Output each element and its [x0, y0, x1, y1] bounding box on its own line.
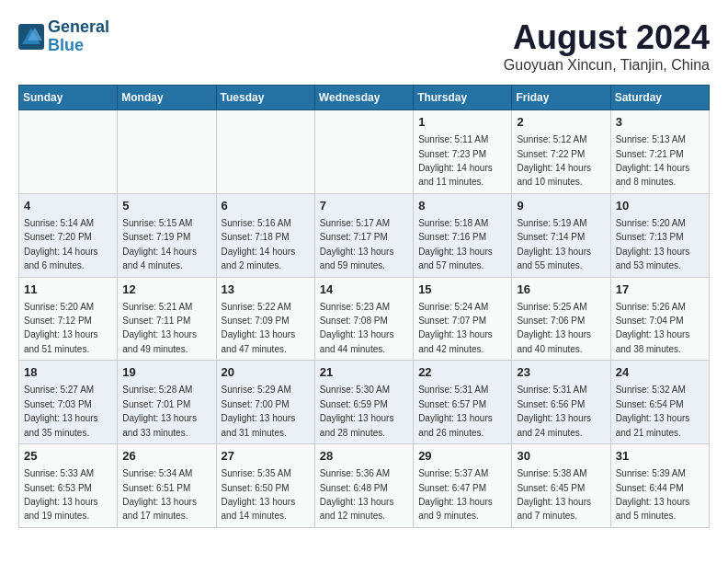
day-info: Sunrise: 5:35 AM Sunset: 6:50 PM Dayligh…: [222, 468, 296, 521]
calendar-week-row: 18Sunrise: 5:27 AM Sunset: 7:03 PM Dayli…: [19, 361, 710, 444]
day-info: Sunrise: 5:34 AM Sunset: 6:51 PM Dayligh…: [122, 468, 197, 521]
day-info: Sunrise: 5:29 AM Sunset: 7:00 PM Dayligh…: [222, 385, 296, 437]
day-info: Sunrise: 5:30 AM Sunset: 6:59 PM Dayligh…: [320, 385, 394, 437]
day-header-thursday: Thursday: [414, 86, 512, 110]
day-number: 18: [24, 364, 112, 381]
calendar-cell: 14Sunrise: 5:23 AM Sunset: 7:08 PM Dayli…: [314, 277, 413, 361]
calendar-cell: 8Sunrise: 5:18 AM Sunset: 7:16 PM Daylig…: [414, 193, 512, 277]
calendar-cell: 22Sunrise: 5:31 AM Sunset: 6:57 PM Dayli…: [414, 361, 512, 444]
calendar-cell: 17Sunrise: 5:26 AM Sunset: 7:04 PM Dayli…: [610, 277, 709, 361]
calendar-cell: [19, 110, 118, 194]
calendar-table: SundayMondayTuesdayWednesdayThursdayFrid…: [18, 85, 710, 528]
day-number: 16: [517, 282, 605, 298]
day-number: 25: [24, 448, 112, 465]
day-number: 24: [616, 364, 704, 381]
day-number: 26: [122, 448, 210, 465]
day-info: Sunrise: 5:20 AM Sunset: 7:13 PM Dayligh…: [616, 218, 690, 270]
day-number: 10: [616, 198, 704, 214]
day-number: 23: [517, 364, 605, 381]
day-info: Sunrise: 5:38 AM Sunset: 6:45 PM Dayligh…: [517, 468, 591, 521]
day-header-monday: Monday: [118, 86, 216, 110]
day-number: 11: [24, 282, 112, 298]
page-subtitle: Guoyuan Xincun, Tianjin, China: [504, 57, 710, 74]
calendar-cell: 16Sunrise: 5:25 AM Sunset: 7:06 PM Dayli…: [512, 277, 610, 361]
calendar-cell: 9Sunrise: 5:19 AM Sunset: 7:14 PM Daylig…: [512, 193, 610, 277]
calendar-cell: 29Sunrise: 5:37 AM Sunset: 6:47 PM Dayli…: [414, 444, 512, 528]
day-number: 29: [418, 448, 506, 465]
day-number: 15: [418, 282, 506, 298]
calendar-cell: 1Sunrise: 5:11 AM Sunset: 7:23 PM Daylig…: [414, 110, 512, 194]
calendar-cell: 27Sunrise: 5:35 AM Sunset: 6:50 PM Dayli…: [216, 444, 314, 528]
day-number: 13: [222, 282, 310, 298]
calendar-cell: [118, 110, 216, 194]
calendar-cell: 20Sunrise: 5:29 AM Sunset: 7:00 PM Dayli…: [216, 361, 314, 444]
day-header-saturday: Saturday: [610, 86, 709, 110]
day-info: Sunrise: 5:11 AM Sunset: 7:23 PM Dayligh…: [418, 134, 493, 187]
day-info: Sunrise: 5:19 AM Sunset: 7:14 PM Dayligh…: [517, 218, 591, 270]
day-info: Sunrise: 5:33 AM Sunset: 6:53 PM Dayligh…: [24, 468, 98, 521]
day-header-wednesday: Wednesday: [314, 86, 413, 110]
calendar-cell: [216, 110, 314, 194]
logo-line1: General: [48, 18, 109, 37]
day-info: Sunrise: 5:17 AM Sunset: 7:17 PM Dayligh…: [320, 218, 394, 270]
calendar-cell: 3Sunrise: 5:13 AM Sunset: 7:21 PM Daylig…: [610, 110, 709, 194]
day-info: Sunrise: 5:14 AM Sunset: 7:20 PM Dayligh…: [24, 218, 98, 270]
day-info: Sunrise: 5:37 AM Sunset: 6:47 PM Dayligh…: [418, 468, 493, 521]
day-info: Sunrise: 5:36 AM Sunset: 6:48 PM Dayligh…: [320, 468, 394, 521]
day-info: Sunrise: 5:15 AM Sunset: 7:19 PM Dayligh…: [122, 218, 197, 270]
day-header-sunday: Sunday: [19, 86, 118, 110]
day-number: 1: [418, 114, 506, 131]
calendar-cell: 31Sunrise: 5:39 AM Sunset: 6:44 PM Dayli…: [610, 444, 709, 528]
day-info: Sunrise: 5:22 AM Sunset: 7:09 PM Dayligh…: [222, 302, 296, 354]
day-number: 3: [616, 114, 704, 131]
day-header-tuesday: Tuesday: [216, 86, 314, 110]
calendar-cell: 23Sunrise: 5:31 AM Sunset: 6:56 PM Dayli…: [512, 361, 610, 444]
day-number: 20: [222, 364, 310, 381]
logo-line2: Blue: [48, 37, 109, 55]
day-info: Sunrise: 5:24 AM Sunset: 7:07 PM Dayligh…: [418, 302, 493, 354]
day-number: 8: [418, 198, 506, 214]
day-header-friday: Friday: [512, 86, 610, 110]
logo-icon: [18, 24, 44, 50]
day-number: 12: [122, 282, 210, 298]
calendar-cell: 13Sunrise: 5:22 AM Sunset: 7:09 PM Dayli…: [216, 277, 314, 361]
logo: General Blue: [18, 18, 109, 55]
calendar-week-row: 25Sunrise: 5:33 AM Sunset: 6:53 PM Dayli…: [19, 444, 710, 528]
day-info: Sunrise: 5:21 AM Sunset: 7:11 PM Dayligh…: [122, 302, 197, 354]
calendar-cell: 6Sunrise: 5:16 AM Sunset: 7:18 PM Daylig…: [216, 193, 314, 277]
day-number: 5: [122, 198, 210, 214]
day-info: Sunrise: 5:13 AM Sunset: 7:21 PM Dayligh…: [616, 134, 690, 187]
day-info: Sunrise: 5:20 AM Sunset: 7:12 PM Dayligh…: [24, 302, 98, 354]
page-title: August 2024: [504, 18, 710, 57]
calendar-cell: 30Sunrise: 5:38 AM Sunset: 6:45 PM Dayli…: [512, 444, 610, 528]
calendar-week-row: 4Sunrise: 5:14 AM Sunset: 7:20 PM Daylig…: [19, 193, 710, 277]
calendar-cell: 12Sunrise: 5:21 AM Sunset: 7:11 PM Dayli…: [118, 277, 216, 361]
day-info: Sunrise: 5:32 AM Sunset: 6:54 PM Dayligh…: [616, 385, 690, 437]
calendar-cell: 11Sunrise: 5:20 AM Sunset: 7:12 PM Dayli…: [19, 277, 118, 361]
day-info: Sunrise: 5:31 AM Sunset: 6:56 PM Dayligh…: [517, 385, 591, 437]
calendar-cell: 5Sunrise: 5:15 AM Sunset: 7:19 PM Daylig…: [118, 193, 216, 277]
day-info: Sunrise: 5:25 AM Sunset: 7:06 PM Dayligh…: [517, 302, 591, 354]
calendar-cell: 28Sunrise: 5:36 AM Sunset: 6:48 PM Dayli…: [314, 444, 413, 528]
day-info: Sunrise: 5:16 AM Sunset: 7:18 PM Dayligh…: [222, 218, 296, 270]
day-number: 14: [320, 282, 408, 298]
day-info: Sunrise: 5:18 AM Sunset: 7:16 PM Dayligh…: [418, 218, 493, 270]
day-number: 30: [517, 448, 605, 465]
calendar-cell: 7Sunrise: 5:17 AM Sunset: 7:17 PM Daylig…: [314, 193, 413, 277]
day-info: Sunrise: 5:27 AM Sunset: 7:03 PM Dayligh…: [24, 385, 98, 437]
title-section: August 2024 Guoyuan Xincun, Tianjin, Chi…: [504, 18, 710, 74]
calendar-cell: 18Sunrise: 5:27 AM Sunset: 7:03 PM Dayli…: [19, 361, 118, 444]
day-number: 2: [517, 114, 605, 131]
day-info: Sunrise: 5:12 AM Sunset: 7:22 PM Dayligh…: [517, 134, 591, 187]
day-number: 17: [616, 282, 704, 298]
calendar-header-row: SundayMondayTuesdayWednesdayThursdayFrid…: [19, 86, 710, 110]
day-number: 31: [616, 448, 704, 465]
day-number: 21: [320, 364, 408, 381]
day-number: 9: [517, 198, 605, 214]
calendar-cell: 26Sunrise: 5:34 AM Sunset: 6:51 PM Dayli…: [118, 444, 216, 528]
day-number: 27: [222, 448, 310, 465]
calendar-cell: 4Sunrise: 5:14 AM Sunset: 7:20 PM Daylig…: [19, 193, 118, 277]
calendar-week-row: 1Sunrise: 5:11 AM Sunset: 7:23 PM Daylig…: [19, 110, 710, 194]
day-number: 19: [122, 364, 210, 381]
day-number: 7: [320, 198, 408, 214]
